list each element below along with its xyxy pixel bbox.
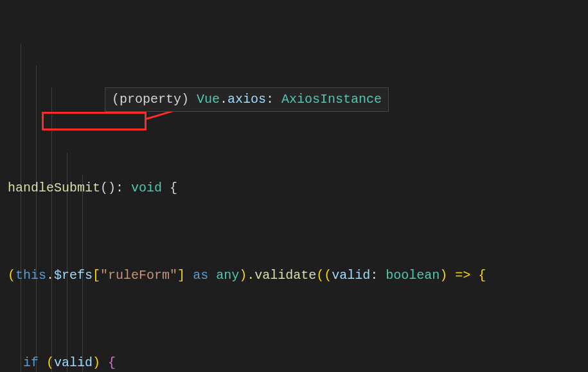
code-line: (this.$refs["ruleForm"] as any).validate… <box>8 265 588 287</box>
tooltip-property-label: (property) <box>112 92 197 107</box>
code-line: handleSubmit(): void { <box>8 177 588 199</box>
tooltip-member: axios <box>227 92 266 107</box>
intellisense-tooltip: (property) Vue.axios: AxiosInstance <box>105 87 389 112</box>
tooltip-class: Vue <box>197 92 220 107</box>
code-editor[interactable]: handleSubmit(): void { (this.$refs["rule… <box>0 0 588 372</box>
tooltip-type: AxiosInstance <box>281 92 382 107</box>
code-line: if (valid) { <box>8 352 588 372</box>
